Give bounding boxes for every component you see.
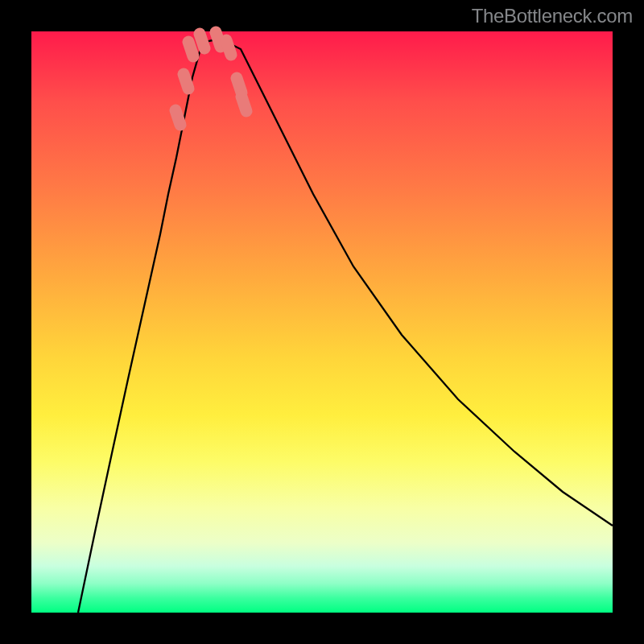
marker-pt7 [237,78,242,93]
marker-pt8 [242,97,246,111]
bottleneck-curve-svg [31,31,613,613]
marker-pt3 [188,42,193,56]
marker-pt1 [175,110,180,125]
chart-frame: TheBottleneck.com [0,0,644,644]
gradient-plot-area [31,31,613,613]
marker-pt4 [200,34,204,48]
watermark-text: TheBottleneck.com [472,5,633,27]
marker-pt2 [184,74,188,89]
marker-pt6 [226,40,231,55]
marker-pt5 [216,32,221,47]
bottleneck-curve [78,39,613,613]
